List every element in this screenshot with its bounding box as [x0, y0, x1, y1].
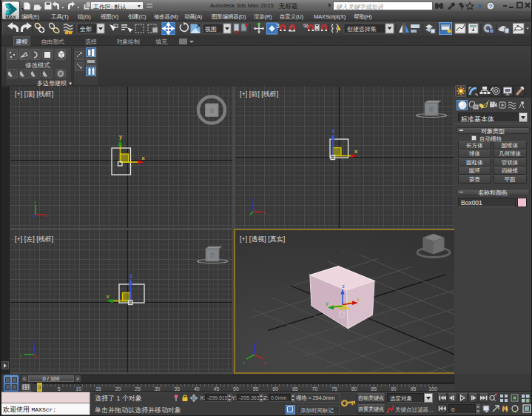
svg-text:90: 90 [391, 386, 397, 392]
svg-text:x: x [263, 210, 266, 215]
svg-text:50: 50 [233, 386, 239, 392]
svg-text:y: y [326, 301, 329, 306]
svg-text:y: y [119, 133, 123, 140]
svg-text:视图: 视图 [204, 26, 217, 33]
svg-text:95: 95 [411, 386, 417, 392]
svg-text:创建选择集: 创建选择集 [346, 26, 377, 33]
svg-text:x: x [357, 297, 360, 302]
svg-text:全部: 全部 [80, 26, 92, 33]
svg-text:85: 85 [371, 386, 377, 392]
svg-text:75: 75 [331, 386, 337, 392]
svg-text:70: 70 [312, 386, 318, 392]
svg-text:z: z [255, 339, 257, 343]
svg-text:z: z [33, 340, 35, 344]
svg-text:60: 60 [272, 386, 278, 392]
svg-text:45: 45 [214, 386, 220, 392]
svg-text:55: 55 [253, 386, 259, 392]
svg-text:30: 30 [155, 386, 161, 392]
svg-text:40: 40 [194, 386, 200, 392]
svg-text:65: 65 [292, 386, 298, 392]
svg-text:MAX: MAX [5, 15, 16, 20]
svg-text:20: 20 [115, 386, 121, 392]
svg-text:x: x [46, 213, 48, 218]
svg-text:z: z [129, 272, 132, 279]
svg-text:顶: 顶 [209, 108, 215, 114]
svg-text:5: 5 [58, 386, 61, 392]
svg-text:x: x [106, 293, 110, 300]
svg-text:前: 前 [429, 107, 434, 112]
svg-text:左: 左 [210, 252, 215, 258]
svg-text:80: 80 [351, 386, 357, 392]
svg-text:?: ? [489, 3, 493, 10]
svg-text:z: z [252, 197, 254, 201]
svg-text:3: 3 [276, 22, 280, 30]
svg-text:X: X [477, 3, 482, 10]
svg-text:0: 0 [38, 385, 41, 390]
svg-text:35: 35 [174, 386, 180, 392]
svg-text:y: y [243, 360, 245, 365]
svg-text:x: x [354, 148, 358, 155]
svg-text:y: y [34, 200, 36, 204]
svg-text:x: x [263, 360, 266, 365]
svg-text:100: 100 [428, 386, 437, 392]
svg-text:z: z [332, 127, 335, 134]
svg-text:10: 10 [75, 386, 81, 392]
svg-text:25: 25 [135, 386, 141, 392]
svg-text:z: z [342, 284, 345, 289]
svg-text:y: y [20, 353, 22, 358]
svg-text:15: 15 [95, 386, 101, 392]
